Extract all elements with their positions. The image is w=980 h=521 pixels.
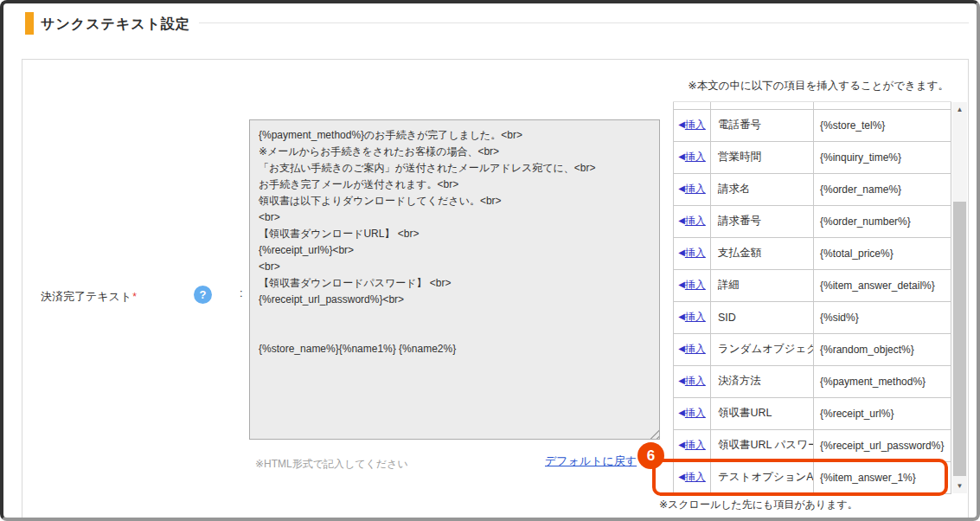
insert-items-table-container: ◀挿入 電話番号 {%store_tel%} ◀挿入 営業時間 {%inquir… [673, 101, 951, 495]
table-row: ◀挿入 請求番号 {%order_number%} [674, 205, 951, 237]
item-variable-cell: {%item_answer_1%} [814, 461, 951, 493]
payment-complete-text-input[interactable]: {%payment_method%}のお手続きが完了しました。<br> ※メール… [249, 119, 660, 440]
label-separator: : [240, 286, 243, 299]
insert-label: 挿入 [685, 151, 706, 163]
item-name-cell: 請求番号 [711, 205, 814, 237]
insert-button[interactable]: ◀挿入 [678, 183, 706, 195]
item-name-cell: 領収書URL パスワード [711, 429, 814, 461]
item-name-cell: 請求名 [711, 173, 814, 205]
item-name-cell: 詳細 [711, 269, 814, 301]
insert-button[interactable]: ◀挿入 [678, 407, 706, 419]
title-accent-bar [25, 12, 34, 35]
insert-instruction-note: ※本文の中に以下の項目を挿入することができます。 [637, 79, 949, 93]
item-variable-cell: {%store_tel%} [814, 109, 951, 141]
insert-label: 挿入 [685, 439, 706, 451]
insert-button[interactable]: ◀挿入 [678, 311, 706, 323]
item-name-cell: 支払金額 [711, 237, 814, 269]
table-row: ◀挿入 決済方法 {%payment_method%} [674, 365, 951, 397]
insert-arrow-icon: ◀ [678, 344, 685, 353]
scrollbar-down-arrow-icon[interactable]: ▼ [952, 479, 967, 493]
insert-button[interactable]: ◀挿入 [678, 247, 706, 259]
item-name-cell: 電話番号 [711, 109, 814, 141]
table-row: ◀挿入 詳細 {%item_answer_detail%} [674, 269, 951, 301]
insert-button[interactable]: ◀挿入 [678, 471, 706, 483]
insert-button[interactable]: ◀挿入 [678, 343, 706, 355]
item-variable-cell: {%payment_method%} [814, 365, 951, 397]
scrollbar-up-arrow-icon[interactable]: ▲ [952, 102, 967, 117]
item-variable-cell: {%item_answer_detail%} [814, 269, 951, 301]
insert-arrow-icon: ◀ [678, 280, 685, 289]
field-label-text: 決済完了テキスト [41, 290, 131, 303]
textarea-resize-handle[interactable] [648, 428, 659, 439]
item-variable-cell: {%random_object%} [814, 333, 951, 365]
insert-label: 挿入 [685, 311, 706, 323]
table-row: ◀挿入 ランダムオブジェクト {%random_object%} [674, 333, 951, 365]
payment-complete-text-label: 決済完了テキスト* [41, 289, 137, 305]
item-name-cell: 営業時間 [711, 141, 814, 173]
insert-arrow-icon: ◀ [678, 376, 685, 385]
insert-button[interactable]: ◀挿入 [678, 151, 706, 163]
page-title: サンクステキスト設定 [41, 16, 190, 34]
insert-table-body: ◀挿入 電話番号 {%store_tel%} ◀挿入 営業時間 {%inquir… [674, 102, 951, 493]
insert-arrow-icon: ◀ [678, 215, 685, 225]
table-row: ◀挿入 領収書URL {%receipt_url%} [674, 397, 951, 429]
insert-button[interactable]: ◀挿入 [678, 375, 706, 387]
step-number-badge: 6 [637, 442, 664, 469]
item-variable-cell: {%receipt_url_password%} [814, 429, 951, 461]
table-row: ◀挿入 SID {%sid%} [674, 301, 951, 333]
table-row: ◀挿入 支払金額 {%total_price%} [674, 237, 951, 269]
item-variable-cell: {%order_name%} [814, 173, 951, 205]
title-divider [199, 23, 969, 23]
reset-to-default-link[interactable]: デフォルトに戻す [545, 453, 637, 469]
item-variable-cell: {%receipt_url%} [814, 397, 951, 429]
required-asterisk: * [132, 291, 137, 303]
item-name-cell: 領収書URL [711, 397, 814, 429]
table-row: ◀挿入 領収書URL パスワード {%receipt_url_password%… [674, 429, 951, 461]
table-row: ◀挿入 営業時間 {%inquiry_time%} [674, 141, 951, 173]
insert-label: 挿入 [685, 183, 706, 195]
insert-label: 挿入 [685, 407, 706, 419]
insert-arrow-icon: ◀ [678, 248, 685, 257]
scrollbar-thumb[interactable] [953, 202, 966, 476]
insert-button[interactable]: ◀挿入 [678, 215, 706, 227]
table-scrollbar[interactable]: ▲ ▼ [952, 102, 967, 493]
insert-arrow-icon: ◀ [678, 440, 685, 449]
insert-arrow-icon: ◀ [678, 119, 685, 129]
insert-label: 挿入 [685, 343, 706, 355]
table-row-highlighted: ◀挿入 テストオプションA {%item_answer_1%} [674, 461, 951, 493]
help-icon[interactable]: ? [194, 286, 212, 304]
item-variable-cell: {%inquiry_time%} [814, 141, 951, 173]
insert-button[interactable]: ◀挿入 [678, 119, 706, 131]
table-row-clipped [674, 102, 951, 109]
insert-label: 挿入 [685, 119, 706, 131]
html-format-note: ※HTML形式で記入してください [255, 457, 408, 472]
item-variable-cell: {%order_number%} [814, 205, 951, 237]
insert-arrow-icon: ◀ [678, 312, 685, 321]
insert-button[interactable]: ◀挿入 [678, 279, 706, 291]
insert-arrow-icon: ◀ [678, 151, 685, 161]
insert-items-table: ◀挿入 電話番号 {%store_tel%} ◀挿入 営業時間 {%inquir… [673, 102, 951, 494]
item-name-cell: ランダムオブジェクト [711, 333, 814, 365]
insert-label: 挿入 [685, 375, 706, 387]
table-row: ◀挿入 請求名 {%order_name%} [674, 173, 951, 205]
item-name-cell: 決済方法 [711, 365, 814, 397]
insert-label: 挿入 [685, 279, 706, 291]
insert-arrow-icon: ◀ [678, 183, 685, 193]
table-row: ◀挿入 電話番号 {%store_tel%} [674, 109, 951, 141]
item-variable-cell: {%sid%} [814, 301, 951, 333]
insert-label: 挿入 [685, 471, 706, 483]
insert-button[interactable]: ◀挿入 [678, 439, 706, 451]
item-name-cell: テストオプションA [711, 461, 814, 493]
item-variable-cell: {%total_price%} [814, 237, 951, 269]
insert-label: 挿入 [685, 215, 706, 227]
insert-label: 挿入 [685, 247, 706, 259]
item-name-cell: SID [711, 301, 814, 333]
insert-arrow-icon: ◀ [678, 472, 685, 481]
scroll-more-note: ※スクロールした先にも項目があります。 [659, 498, 858, 512]
insert-arrow-icon: ◀ [678, 408, 685, 417]
